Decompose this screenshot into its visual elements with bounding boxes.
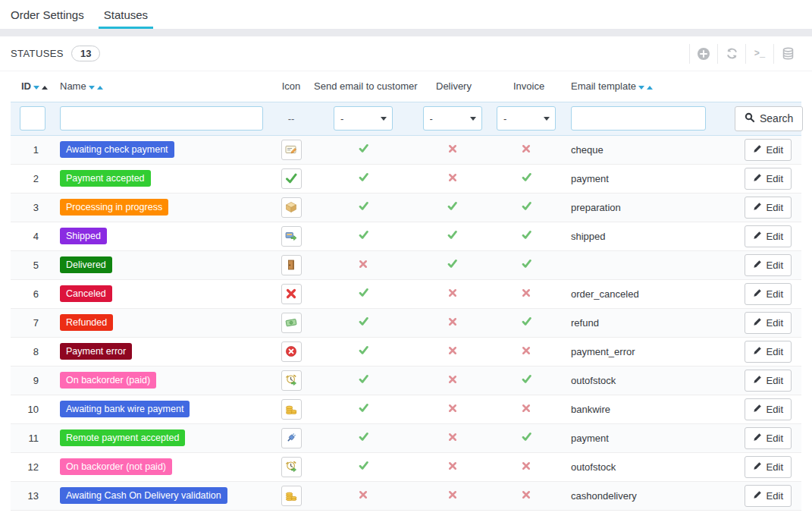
email-template: outofstock [560,366,735,395]
status-badge: Payment error [60,343,132,360]
edit-button[interactable]: Edit [745,398,792,420]
cross-icon [359,490,368,502]
search-button[interactable]: Search [735,106,803,131]
invoice-flag [492,193,560,222]
pencil-icon [753,461,762,473]
send-email-flag [314,250,412,279]
pencil-icon [753,173,762,184]
panel-header: STATUSES 13 >_ [0,36,812,71]
invoice-flag [492,481,560,510]
status-cheque-icon [281,140,302,160]
send-email-flag [314,135,412,164]
cross-icon [448,144,457,156]
edit-button[interactable]: Edit [745,456,792,478]
invoice-flag [492,337,560,366]
tab-order-settings[interactable]: Order Settings [11,0,84,29]
invoice-flag [492,423,560,452]
tab-statuses[interactable]: Statuses [104,0,148,29]
invoice-flag [492,308,560,337]
send-email-flag [314,452,412,481]
table-header-row: ID Name Icon Send email to customer Deli… [11,71,801,102]
status-banknote-icon [281,313,302,333]
console-button[interactable]: >_ [745,44,773,64]
edit-button[interactable]: Edit [745,225,792,247]
edit-button[interactable]: Edit [745,427,792,449]
email-template: outofstock [560,452,735,481]
filter-name-input[interactable] [60,106,263,131]
sort-desc-icon[interactable] [638,86,644,90]
refresh-icon [726,47,738,60]
sort-desc-icon[interactable] [33,86,39,90]
status-row: 5DeliveredEdit [11,250,801,279]
cross-icon [522,346,531,357]
email-template: preparation [560,193,735,222]
database-icon [782,47,795,60]
status-row: 11Remote payment acceptedpaymentEdit [11,423,801,452]
status-badge: Canceled [60,285,112,302]
pencil-icon [753,202,762,213]
email-template: payment_error [560,337,735,366]
edit-button[interactable]: Edit [745,283,792,305]
check-icon [359,201,368,213]
sort-desc-icon[interactable] [89,86,95,90]
edit-button[interactable]: Edit [745,254,792,276]
status-shipped-icon [281,226,302,247]
edit-button[interactable]: Edit [745,485,792,507]
send-email-flag [314,423,412,452]
status-id: 2 [11,164,49,193]
filter-delivery-select[interactable]: - [423,106,482,131]
check-icon [447,230,457,242]
edit-button[interactable]: Edit [745,312,792,334]
sort-asc-icon[interactable] [42,86,48,90]
delivery-flag [412,423,492,452]
statuses-count-badge: 13 [71,46,100,61]
status-id: 7 [11,308,49,337]
check-icon [522,374,531,386]
filter-send-email-select[interactable]: - [334,106,393,131]
column-header-email-template[interactable]: Email template [560,71,735,102]
filter-email-template-input[interactable] [571,106,706,131]
terminal-icon: >_ [754,49,765,59]
filter-id-input[interactable] [20,106,45,131]
cross-icon [522,288,531,300]
edit-button[interactable]: Edit [745,139,792,161]
status-id: 1 [11,135,49,164]
column-header-name[interactable]: Name [49,71,268,102]
cross-icon [448,433,457,444]
edit-button[interactable]: Edit [745,168,792,190]
status-row: 1Awaiting check paymentchequeEdit [11,135,801,164]
cross-icon [448,404,457,415]
column-header-id[interactable]: ID [11,71,49,102]
send-email-flag [314,222,412,250]
filter-invoice-select[interactable]: - [497,106,556,131]
invoice-flag [492,135,560,164]
pencil-icon [753,288,762,300]
check-icon [522,230,531,242]
send-email-flag [314,481,412,510]
add-status-button[interactable] [689,44,717,64]
sort-asc-icon[interactable] [97,86,103,90]
status-id: 10 [11,395,49,423]
check-icon [522,432,531,444]
cross-icon [448,317,457,329]
cross-icon [448,375,457,386]
delivery-flag [412,250,492,279]
pencil-icon [753,490,762,502]
sql-manager-button[interactable] [773,44,801,64]
check-icon [359,172,368,184]
pencil-icon [753,433,762,444]
status-id: 5 [11,250,49,279]
edit-button[interactable]: Edit [745,341,792,363]
check-icon [522,316,531,329]
status-row: 7RefundedrefundEdit [11,308,801,337]
refresh-button[interactable] [717,44,745,64]
check-icon [359,288,368,300]
edit-button[interactable]: Edit [745,197,792,219]
email-template [560,250,735,279]
delivery-flag [412,222,492,250]
status-badge: Awaiting check payment [60,141,174,158]
status-badge: Delivered [60,256,112,273]
sort-asc-icon[interactable] [647,86,653,90]
cross-icon [448,346,457,357]
edit-button[interactable]: Edit [745,370,792,392]
